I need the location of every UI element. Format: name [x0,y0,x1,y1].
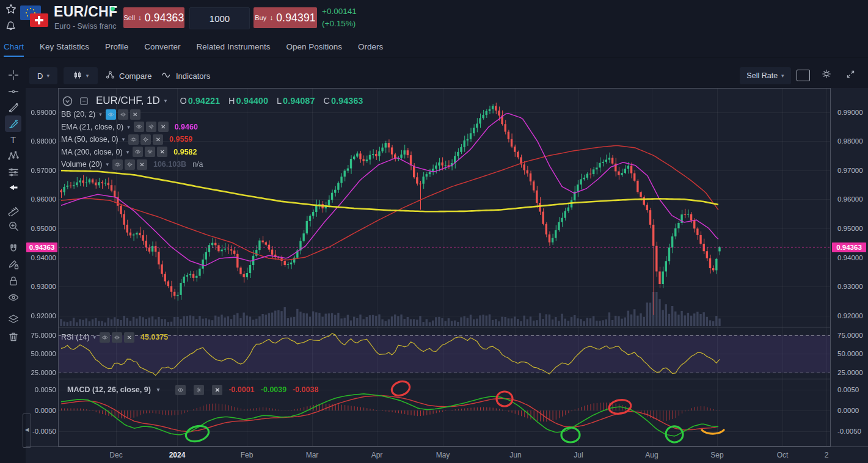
tab-open-positions[interactable]: Open Positions [286,37,342,57]
axis-label: 0.95000 [26,225,56,232]
indicator-name[interactable]: Volume (20) [61,160,102,169]
axis-label: 0.0050 [837,386,859,393]
change-absolute: +0.00141 [322,5,357,18]
snapshot-button[interactable] [795,67,811,83]
lock-drawings-tool[interactable] [5,272,21,289]
favorite-star-icon[interactable] [5,3,18,18]
tab-profile[interactable]: Profile [105,37,128,57]
eye-icon[interactable] [100,332,110,343]
time-axis-label: Apr [371,451,383,459]
gear-icon[interactable] [146,122,156,132]
time-axis-label: Sep [710,451,723,459]
indicator-name[interactable]: BB (20, 2) [61,110,95,118]
text-tool[interactable]: T [5,131,21,148]
xabcd-pattern-tool[interactable] [5,147,21,164]
indicator-name[interactable]: EMA (21, close, 0) [61,123,123,131]
snapshot-icon [797,70,810,81]
forecast-tool[interactable] [5,164,21,180]
chart-settings-button[interactable] [819,67,834,83]
drawing-mode-tool[interactable] [5,256,21,272]
gear-icon[interactable] [194,385,204,395]
time-axis-label: Aug [645,451,658,459]
magnet-tool[interactable] [5,240,21,257]
drawing-toolbar: T [0,57,26,463]
gear-icon[interactable] [112,332,122,343]
measure-ruler-tool[interactable] [5,202,21,218]
close-icon[interactable]: ✕ [158,122,169,132]
close-label: C [324,96,330,106]
close-icon[interactable]: ✕ [157,147,167,157]
axis-label: 0.94000 [26,254,56,261]
axis-label: 0.97000 [837,167,863,174]
object-tree-layers-tool[interactable] [5,311,21,327]
alert-bell-icon[interactable] [5,20,18,34]
close-icon[interactable]: ✕ [130,109,140,120]
brush-tool[interactable] [5,115,21,132]
zoom-in-tool[interactable] [5,217,21,234]
trend-line-tool[interactable] [5,99,21,115]
tab-chart[interactable]: Chart [4,37,24,57]
gear-icon[interactable] [125,159,135,170]
eye-icon[interactable] [175,385,186,395]
low-label: L [277,96,282,106]
close-icon[interactable]: ✕ [212,385,222,395]
arrow-marker-tool[interactable] [5,179,21,195]
eye-icon[interactable] [134,122,144,132]
time-axis-label: 2024 [169,451,186,459]
quantity-input[interactable]: 1000 [189,7,250,29]
legend-symbol-title[interactable]: EUR/CHF, 1D [96,95,160,107]
indicator-value: 0.9559 [169,135,192,144]
indicator-name[interactable]: MACD (12, 26, close, 9) [67,385,151,394]
chevron-down-icon[interactable]: ▾ [157,387,160,393]
gear-icon[interactable] [145,147,155,157]
sell-label: Sell [123,14,134,21]
chevron-down-icon: ▾ [86,73,89,79]
macd-legend: MACD (12, 26, close, 9) ▾ ✕ -0.0001 -0.0… [61,384,319,396]
chevron-down-icon[interactable]: ▾ [93,334,97,340]
legend-collapse-circle-icon[interactable] [61,95,73,107]
tab-converter[interactable]: Converter [144,37,180,57]
horizontal-line-tool[interactable] [5,83,21,100]
tab-related-instruments[interactable]: Related Instruments [197,37,271,57]
eye-icon[interactable] [112,159,123,170]
compare-icon [105,70,115,82]
chevron-down-icon[interactable]: ▾ [126,149,129,155]
chart-style-dropdown[interactable]: ▾ [64,67,98,84]
remove-drawings-trash-tool[interactable] [5,328,21,345]
compare-button[interactable]: Compare [105,67,151,84]
close-icon[interactable]: ✕ [137,159,147,170]
tab-key-statistics[interactable]: Key Statistics [40,37,89,57]
compare-label: Compare [119,71,151,81]
close-icon[interactable]: ✕ [124,332,134,343]
legend-minimize-icon[interactable] [78,95,90,107]
chevron-down-icon[interactable]: ▾ [164,98,167,104]
indicator-name[interactable]: RSI (14) [61,333,90,341]
gear-icon[interactable] [118,109,128,120]
buy-button[interactable]: Buy ↓ 0.94391 [253,7,317,28]
indicators-button[interactable]: Indicators [161,67,210,84]
crosshair-tool[interactable] [5,67,21,83]
chevron-down-icon[interactable]: ▾ [127,124,130,130]
axis-label: 0.93000 [26,283,56,290]
chevron-down-icon[interactable]: ▾ [99,111,102,117]
gear-icon[interactable] [140,134,151,145]
rate-selector-dropdown[interactable]: Sell Rate ▾ [740,67,791,84]
time-axis-label: Jul [574,451,583,459]
close-icon[interactable]: ✕ [153,134,163,145]
axis-label: 0.92000 [26,312,56,319]
chevron-down-icon[interactable]: ▾ [106,161,109,167]
tab-orders[interactable]: Orders [358,37,383,57]
time-axis[interactable]: Dec2024FebMarAprMayJunJulAugSepOct2 [26,447,868,463]
fullscreen-button[interactable] [842,67,858,83]
eye-icon[interactable] [133,147,143,157]
interval-dropdown[interactable]: D ▾ [29,67,57,84]
eye-icon[interactable] [106,109,116,120]
indicator-name[interactable]: MA (50, close, 0) [61,135,119,144]
sell-button[interactable]: Sell ↓ 0.94363 [123,7,184,28]
indicator-name[interactable]: MA (200, close, 0) [61,148,123,156]
hide-drawings-eye-tool[interactable] [5,289,21,305]
swiss-flag [30,13,48,27]
axis-label: 0.99000 [837,109,863,116]
chevron-down-icon[interactable]: ▾ [122,136,125,142]
eye-icon[interactable] [128,134,139,145]
